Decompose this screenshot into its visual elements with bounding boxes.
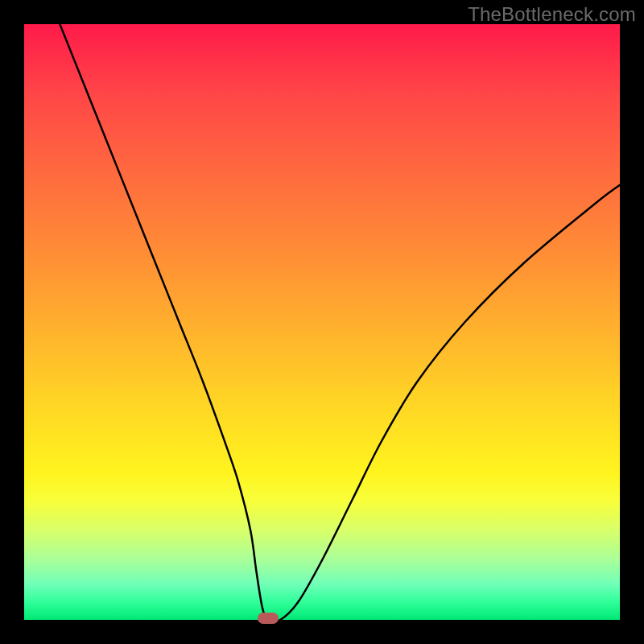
- watermark-text: TheBottleneck.com: [468, 3, 636, 26]
- bottleneck-curve: [24, 24, 620, 620]
- optimum-marker: [258, 613, 279, 624]
- chart-container: TheBottleneck.com: [0, 0, 644, 644]
